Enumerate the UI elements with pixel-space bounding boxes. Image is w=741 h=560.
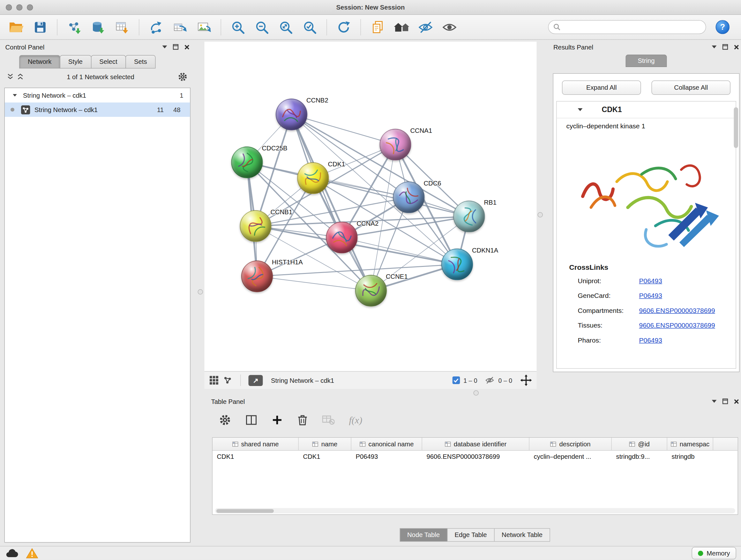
import-table-file-button[interactable] (112, 17, 133, 38)
crosslink-link[interactable]: P06493 (639, 292, 662, 299)
tab-network[interactable]: Network (19, 55, 60, 69)
network-node-CDKN1A[interactable] (441, 249, 473, 280)
column-header-canonical-name[interactable]: canonical name (351, 438, 422, 450)
hidden-eye-slash-icon[interactable] (484, 376, 495, 385)
tab-edge-table[interactable]: Edge Table (447, 528, 495, 542)
zoom-selected-button[interactable] (299, 17, 320, 38)
delete-column-trash-icon[interactable] (297, 415, 308, 426)
network-node-CDK1[interactable] (297, 163, 329, 194)
table-cell[interactable]: stringdb:9... (612, 453, 667, 460)
apply-layout-button[interactable] (333, 17, 354, 38)
add-column-plus-icon[interactable] (272, 415, 283, 426)
tree-expand-icon[interactable] (13, 94, 17, 97)
network-node-CCNB1[interactable] (240, 210, 272, 242)
close-panel-button[interactable] (734, 399, 739, 404)
birdseye-view-icon[interactable] (223, 375, 232, 385)
network-node-CCNB2[interactable] (276, 99, 307, 130)
table-cell[interactable]: CDK1 (212, 453, 299, 460)
memory-button[interactable]: Memory (692, 547, 736, 559)
collapse-panel-button[interactable] (712, 46, 717, 49)
network-collection-row[interactable]: String Network – cdk1 1 (5, 88, 190, 103)
gear-icon[interactable] (178, 71, 188, 82)
network-node-HIST1H1A[interactable] (241, 260, 273, 292)
column-header--id[interactable]: @id (612, 438, 667, 450)
eye-slash-icon (418, 20, 433, 34)
collapse-panel-button[interactable] (162, 46, 167, 49)
tab-style[interactable]: Style (60, 55, 91, 69)
table-horizontal-scrollbar[interactable] (215, 508, 736, 514)
collapse-panel-button[interactable] (712, 400, 717, 403)
crosslink-link[interactable]: 9606.ENSP00000378699 (639, 321, 715, 329)
current-network-bullet-icon (10, 108, 14, 112)
import-network-file-button[interactable] (64, 17, 85, 38)
crosslink-link[interactable]: P06493 (639, 336, 662, 344)
chevrons-down-icon[interactable] (7, 73, 14, 80)
zoom-fit-button[interactable] (275, 17, 296, 38)
show-columns-icon[interactable] (246, 415, 257, 426)
protein-section-header[interactable]: CDK1 (557, 102, 736, 118)
close-panel-button[interactable] (185, 44, 190, 50)
network-node-CCNA1[interactable] (380, 129, 411, 161)
function-builder-button[interactable]: f(x) (349, 415, 362, 426)
float-panel-button[interactable] (723, 44, 728, 50)
help-button[interactable]: ? (716, 20, 730, 34)
detach-view-button[interactable]: ↗ (249, 375, 263, 386)
splitter-handle-right[interactable] (538, 212, 543, 218)
network-from-table-button[interactable] (170, 17, 191, 38)
selected-checkbox-icon[interactable] (453, 376, 460, 384)
column-header-name[interactable]: name (299, 438, 351, 450)
column-header-description[interactable]: description (529, 438, 612, 450)
network-node-CDC25B[interactable] (231, 146, 263, 178)
table-cell[interactable]: P06493 (351, 453, 422, 460)
tab-select[interactable]: Select (91, 55, 126, 69)
search-input[interactable] (563, 23, 701, 31)
save-session-button[interactable] (30, 17, 51, 38)
network-node-CDC6[interactable] (393, 182, 425, 213)
expand-all-button[interactable]: Expand All (562, 80, 641, 95)
results-scrollbar-thumb[interactable] (734, 107, 738, 148)
network-node-RB1[interactable] (454, 201, 485, 233)
grid-view-icon[interactable] (209, 375, 219, 385)
home-view-button[interactable] (391, 17, 412, 38)
zoom-in-button[interactable] (227, 17, 249, 38)
network-canvas[interactable]: CCNB2CCNA1CDC25BCDK1CDC6RB1CCNB1CCNA2CDK… (205, 42, 537, 371)
table-row[interactable]: CDK1CDK1P064939606.ENSP00000378699cyclin… (212, 451, 738, 463)
column-header-database-identifier[interactable]: database identifier (422, 438, 529, 450)
hide-selection-button[interactable] (415, 17, 436, 38)
crosslink-link[interactable]: 9606.ENSP00000378699 (639, 306, 715, 314)
chevrons-up-icon[interactable] (17, 73, 23, 80)
show-selection-button[interactable] (439, 17, 460, 38)
tab-string[interactable]: String (626, 55, 667, 67)
table-cell[interactable]: cyclin–dependent ... (529, 453, 612, 460)
close-panel-button[interactable] (734, 44, 739, 50)
network-node-CCNA2[interactable] (326, 222, 358, 253)
import-network-database-button[interactable] (88, 17, 109, 38)
float-panel-button[interactable] (173, 44, 179, 50)
copy-document-button[interactable] (367, 17, 388, 38)
section-collapse-icon[interactable] (578, 108, 583, 111)
table-cell[interactable]: stringdb (667, 453, 713, 460)
cloud-icon[interactable] (5, 548, 19, 559)
tab-sets[interactable]: Sets (125, 55, 156, 69)
column-header-shared-name[interactable]: shared name (212, 438, 299, 450)
float-panel-button[interactable] (723, 398, 728, 404)
collapse-all-button[interactable]: Collapse All (652, 80, 731, 95)
zoom-out-button[interactable] (252, 17, 273, 38)
tab-network-table[interactable]: Network Table (494, 528, 550, 542)
column-header-namespac[interactable]: namespac (667, 438, 713, 450)
crosslink-link[interactable]: P06493 (639, 276, 662, 284)
table-settings-gear-icon[interactable] (219, 414, 231, 426)
warning-icon[interactable] (26, 548, 38, 559)
new-network-button[interactable] (145, 17, 166, 38)
table-cell[interactable]: 9606.ENSP00000378699 (422, 453, 529, 460)
splitter-handle-bottom[interactable] (474, 390, 479, 396)
network-row-selected[interactable]: String Network – cdk1 11 48 (5, 103, 190, 117)
scrollbar-thumb[interactable] (216, 509, 274, 513)
table-cell[interactable]: CDK1 (299, 453, 351, 460)
splitter-handle-left[interactable] (198, 289, 203, 295)
pan-crosshair-icon[interactable] (521, 374, 532, 386)
open-session-button[interactable] (6, 17, 27, 38)
export-image-button[interactable] (193, 17, 214, 38)
tab-node-table[interactable]: Node Table (400, 528, 448, 542)
network-node-CCNE1[interactable] (355, 275, 387, 307)
